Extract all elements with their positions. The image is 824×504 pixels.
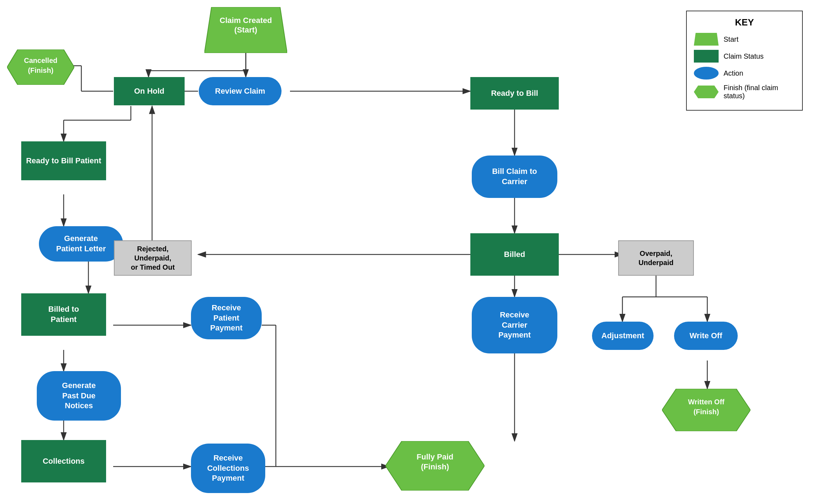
- key-item-finish: Finish (final claim status): [694, 84, 795, 100]
- svg-rect-49: [694, 50, 719, 63]
- key-label-status: Claim Status: [724, 52, 764, 60]
- svg-text:(Finish): (Finish): [421, 462, 449, 471]
- node-receive-collections-payment: ReceiveCollectionsPayment: [191, 444, 265, 493]
- key-item-action: Action: [694, 67, 795, 80]
- svg-text:Fully Paid: Fully Paid: [417, 452, 453, 461]
- svg-text:Claim Created: Claim Created: [220, 16, 272, 25]
- node-ready-to-bill-patient: Ready to Bill Patient: [21, 141, 106, 180]
- key-shape-status: [694, 50, 719, 63]
- node-fully-paid: Fully Paid (Finish): [385, 441, 484, 491]
- key-label-finish: Finish (final claim status): [724, 84, 795, 100]
- key-item-start: Start: [694, 33, 795, 46]
- node-claim-created: Claim Created (Start): [204, 7, 287, 53]
- svg-text:Cancelled: Cancelled: [24, 57, 57, 64]
- node-ready-to-bill: Ready to Bill: [470, 77, 559, 110]
- node-on-hold: On Hold: [114, 77, 185, 105]
- svg-text:(Finish): (Finish): [694, 408, 719, 416]
- node-written-off: Written Off (Finish): [662, 389, 750, 431]
- node-adjustment: Adjustment: [592, 322, 654, 350]
- node-generate-patient-letter: GeneratePatient Letter: [39, 226, 123, 262]
- node-bill-claim-to-carrier: Bill Claim toCarrier: [472, 156, 557, 198]
- flowchart-diagram: Claim Created (Start) On Hold Review Cla…: [0, 0, 824, 504]
- node-collections: Collections: [21, 440, 106, 482]
- node-billed: Billed: [470, 233, 559, 276]
- key-item-status: Claim Status: [694, 50, 795, 63]
- key-label-action: Action: [724, 69, 743, 77]
- node-overpaid-underpaid: Overpaid,Underpaid: [618, 240, 694, 276]
- svg-text:(Start): (Start): [234, 25, 257, 34]
- node-billed-to-patient: Billed toPatient: [21, 293, 106, 336]
- node-rejected-underpaid: Rejected,Underpaid,or Timed Out: [114, 240, 192, 276]
- node-receive-patient-payment: ReceivePatientPayment: [191, 297, 262, 339]
- key-shape-finish: [694, 86, 719, 98]
- key-title: KEY: [694, 17, 795, 28]
- node-receive-carrier-payment: ReceiveCarrierPayment: [472, 297, 557, 353]
- key-shape-action: [694, 67, 719, 80]
- key-box: KEY Start Claim Status: [686, 11, 803, 111]
- key-label-start: Start: [724, 35, 738, 43]
- key-shape-start: [694, 33, 719, 46]
- svg-text:(Finish): (Finish): [28, 66, 53, 74]
- node-review-claim: Review Claim: [199, 77, 282, 105]
- svg-text:Written Off: Written Off: [688, 398, 725, 406]
- node-write-off: Write Off: [674, 322, 738, 350]
- svg-point-50: [694, 67, 719, 80]
- node-cancelled: Cancelled (Finish): [7, 49, 74, 85]
- svg-marker-48: [694, 33, 719, 46]
- node-generate-past-due-notices: GeneratePast DueNotices: [37, 371, 121, 421]
- svg-marker-51: [694, 86, 719, 98]
